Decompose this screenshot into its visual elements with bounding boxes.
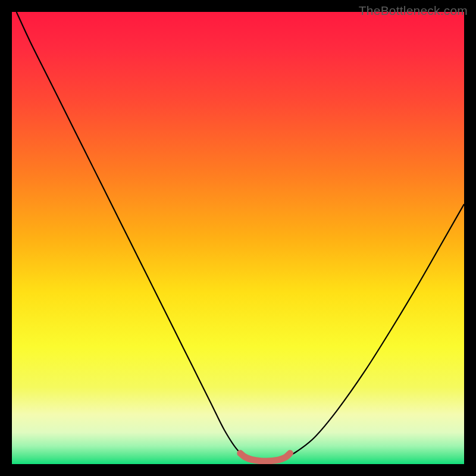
chart-background-gradient bbox=[12, 12, 464, 464]
watermark-text: TheBottleneck.com bbox=[359, 4, 468, 18]
bottleneck-chart-svg bbox=[0, 0, 476, 476]
chart-stage: TheBottleneck.com bbox=[0, 0, 476, 476]
